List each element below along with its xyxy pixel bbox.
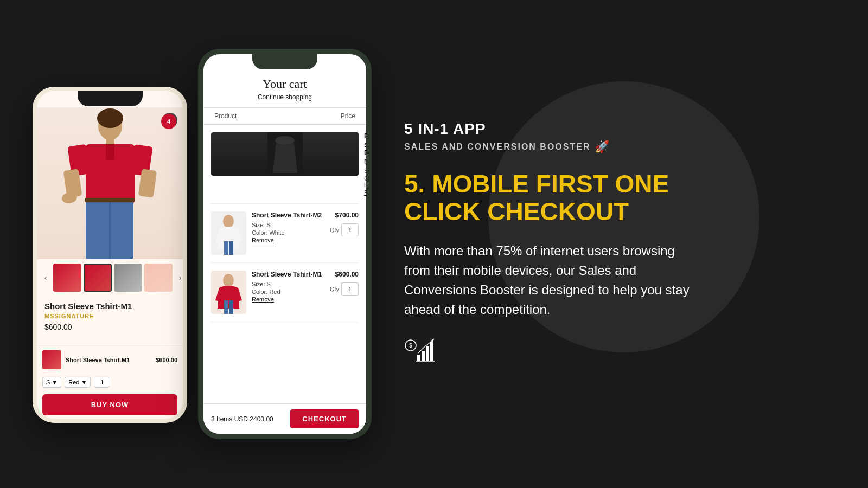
svg-rect-31 bbox=[430, 342, 433, 361]
svg-point-1 bbox=[97, 108, 123, 128]
cart-item-3-image bbox=[211, 271, 246, 314]
item-3-size: Size: S bbox=[252, 281, 324, 287]
color-value: Red bbox=[68, 379, 79, 386]
cart-badge: 4 bbox=[161, 114, 176, 129]
svg-point-17 bbox=[275, 136, 295, 145]
variant-row: S ▼ Red ▼ 1 bbox=[37, 374, 183, 391]
checkout-button[interactable]: CHECKOUT bbox=[290, 409, 359, 428]
product-info: Short Sleeve Tshirt-M1 MSSIGNATURE $600.… bbox=[37, 296, 183, 345]
headline-line1: 5. MOBILE FIRST ONE bbox=[404, 170, 835, 198]
headline: 5. MOBILE FIRST ONE CLICK CHECKOUT bbox=[404, 170, 835, 225]
product-brand: MSSIGNATURE bbox=[44, 313, 175, 319]
header-price-label: Price bbox=[341, 112, 355, 120]
item-3-qty-input[interactable] bbox=[341, 282, 359, 296]
item-1-name: Black off shoulder Dress-M2 bbox=[364, 132, 366, 166]
svg-rect-30 bbox=[426, 346, 429, 361]
item-2-price-qty: $700.00 Qty bbox=[330, 211, 359, 236]
buy-now-button[interactable]: BUY NOW bbox=[42, 394, 177, 415]
cart-item-2-image bbox=[211, 211, 246, 255]
svg-marker-32 bbox=[431, 339, 434, 342]
item-2-remove[interactable]: Remove bbox=[252, 237, 324, 243]
cart-item-3-details: Short Sleeve Tshirt-M1 Size: S Color: Re… bbox=[252, 271, 324, 303]
product-image-area: 4 bbox=[37, 107, 183, 259]
qty-label-2: Qty bbox=[330, 227, 339, 233]
qty-label-3: Qty bbox=[330, 286, 339, 292]
item-3-name: Short Sleeve Tshirt-M1 bbox=[252, 271, 324, 279]
cart-item-2: Short Sleeve Tshirt-M2 Size: S Color: Wh… bbox=[211, 204, 359, 263]
cart-summary-row: Short Sleeve Tshirt-M1 $600.00 bbox=[37, 345, 183, 374]
cart-item-1-image bbox=[211, 132, 359, 176]
svg-point-19 bbox=[223, 215, 234, 228]
phone-left: 4 ‹ › bbox=[33, 87, 187, 423]
item-3-color: Color: Red bbox=[252, 288, 324, 295]
color-chevron: ▼ bbox=[81, 379, 87, 386]
cart-item-3: Short Sleeve Tshirt-M1 Size: S Color: Re… bbox=[211, 263, 359, 322]
rocket-emoji: 🚀 bbox=[595, 140, 610, 154]
cart-header-row: Product Price bbox=[203, 107, 366, 125]
cart-item-price: $600.00 bbox=[156, 357, 177, 363]
thumbnail-4[interactable] bbox=[144, 264, 173, 292]
size-select[interactable]: S ▼ bbox=[42, 377, 61, 388]
svg-point-23 bbox=[223, 274, 234, 287]
size-value: S bbox=[46, 379, 50, 386]
next-thumb-arrow[interactable]: › bbox=[175, 272, 186, 283]
cart-item-2-details: Short Sleeve Tshirt-M2 Size: S Color: Wh… bbox=[252, 211, 324, 243]
item-2-color: Color: White bbox=[252, 229, 324, 236]
cart-footer: 3 Items USD 2400.00 CHECKOUT bbox=[203, 403, 366, 434]
right-panel: 5 IN-1 APP SALES AND CONVERSION BOOSTER … bbox=[372, 120, 835, 368]
header-product-label: Product bbox=[214, 112, 237, 120]
cart-title: Your cart bbox=[203, 72, 366, 93]
svg-rect-20 bbox=[224, 241, 228, 255]
svg-rect-9 bbox=[106, 144, 114, 160]
continue-shopping-link[interactable]: Continue shopping bbox=[203, 93, 366, 101]
prev-thumb-arrow[interactable]: ‹ bbox=[40, 272, 51, 283]
svg-rect-21 bbox=[229, 241, 233, 255]
app-label: 5 IN-1 APP bbox=[404, 120, 835, 138]
thumbnail-1[interactable] bbox=[53, 264, 81, 292]
thumbnail-2[interactable] bbox=[84, 264, 112, 292]
phone-right: Your cart Continue shopping Product Pric… bbox=[198, 49, 372, 439]
thumbnails-row: ‹ › bbox=[37, 259, 183, 296]
item-3-remove[interactable]: Remove bbox=[252, 296, 324, 303]
color-select[interactable]: Red ▼ bbox=[65, 377, 91, 388]
item-1-remove[interactable]: Remove bbox=[364, 189, 366, 196]
product-price: $600.00 bbox=[44, 323, 175, 331]
phones-container: 4 ‹ › bbox=[33, 49, 372, 439]
product-name: Short Sleeve Tshirt-M1 bbox=[44, 301, 175, 311]
cart-phone-content: Your cart Continue shopping Product Pric… bbox=[203, 54, 366, 434]
item-2-qty-input[interactable] bbox=[341, 223, 359, 236]
product-phone-content: 4 ‹ › bbox=[37, 91, 183, 419]
cart-item-name: Short Sleeve Tshirt-M1 bbox=[66, 357, 151, 363]
cart-item-1: Black off shoulder Dress-M2 Size: S Colo… bbox=[211, 125, 359, 204]
svg-rect-28 bbox=[417, 355, 420, 361]
item-2-price: $700.00 bbox=[335, 211, 359, 219]
cart-item-1-details: Black off shoulder Dress-M2 Size: S Colo… bbox=[364, 132, 366, 196]
cart-summary-thumb bbox=[42, 350, 61, 369]
item-2-qty-control: Qty bbox=[330, 223, 359, 236]
item-1-size: Size: S bbox=[364, 168, 366, 174]
sales-label: SALES AND CONVERSION BOOSTER 🚀 bbox=[404, 140, 835, 154]
cart-items-list: Black off shoulder Dress-M2 Size: S Colo… bbox=[203, 125, 366, 403]
thumbnail-3[interactable] bbox=[114, 264, 142, 292]
item-2-name: Short Sleeve Tshirt-M2 bbox=[252, 211, 324, 220]
item-2-size: Size: S bbox=[252, 222, 324, 228]
item-3-qty-control: Qty bbox=[330, 282, 359, 296]
item-3-price: $600.00 bbox=[335, 271, 359, 278]
item-1-color: Color: black bbox=[364, 175, 366, 188]
svg-rect-24 bbox=[224, 300, 228, 314]
headline-line2: CLICK CHECKOUT bbox=[404, 198, 835, 226]
size-chevron: ▼ bbox=[52, 379, 58, 386]
cart-total: 3 Items USD 2400.00 bbox=[211, 415, 273, 423]
svg-rect-11 bbox=[109, 200, 111, 259]
svg-rect-25 bbox=[229, 300, 233, 314]
svg-rect-12 bbox=[85, 198, 135, 202]
qty-box[interactable]: 1 bbox=[94, 377, 110, 388]
item-3-price-qty: $600.00 Qty bbox=[330, 271, 359, 296]
growth-icon: $ bbox=[404, 336, 835, 368]
svg-rect-29 bbox=[422, 351, 425, 361]
svg-text:$: $ bbox=[409, 343, 412, 349]
description-text: With more than 75% of internet users bro… bbox=[404, 241, 703, 319]
